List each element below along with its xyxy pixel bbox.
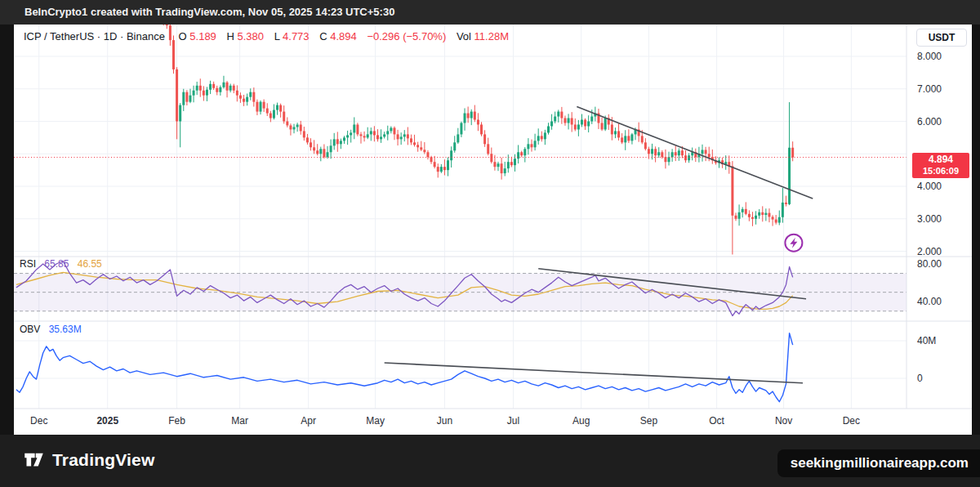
rsi-label: RSI [20,258,36,270]
watermark-badge: seekingmillionaireapp.com [777,449,980,477]
rsi-value: 65.85 [44,258,69,270]
close-label: C [319,30,327,42]
last-price: 4.894 [912,154,969,166]
time-axis-label: Dec [30,415,47,427]
candles-layer [14,25,906,254]
footer-bar: TradingView seekingmillionaireapp.com [0,435,980,487]
rsi-legend[interactable]: RSI 65.85 46.55 [20,258,108,270]
obv-label: OBV [20,324,40,335]
rsi-tick-label: 80.00 [917,258,942,270]
symbol-title[interactable]: ICP / TetherUS · 1D · Binance [24,30,165,42]
rsi-panel [14,261,906,316]
currency-toggle-button[interactable]: USDT [916,29,967,47]
time-axis-label: Oct [709,415,724,427]
price-tick-label: 4.000 [917,181,942,192]
time-axis-label: Feb [168,415,185,427]
obv-value: 35.63M [49,324,82,335]
trendline-price[interactable] [577,107,813,199]
time-axis-label: May [366,415,385,427]
price-tick-label: 8.000 [917,51,942,62]
volume-label: Vol [457,30,471,42]
price-tick-label: 2.000 [917,246,942,257]
time-axis-label: Aug [572,415,590,427]
time-axis-label: Mar [231,415,248,427]
rsi-ma-value: 46.55 [78,258,102,270]
lightning-icon[interactable] [785,235,802,252]
time-axis-label: Sep [640,415,658,427]
time-axis-label: Nov [775,415,792,427]
low-value: 4.773 [283,30,310,42]
price-tick-label: 6.000 [917,116,942,127]
tradingview-logo[interactable]: TradingView [23,449,155,471]
tradingview-logo-icon [23,449,45,471]
rsi-tick-label: 40.00 [917,296,942,307]
left-strip [0,25,14,435]
attribution-bar: BeInCrypto1 created with TradingView.com… [0,0,980,25]
time-axis-label: Dec [843,415,860,427]
price-tick-label: 3.000 [917,213,942,225]
open-label: O [179,30,187,42]
chart-canvas[interactable]: 8.0007.0006.0004.0003.0002.00080.0040.00… [14,25,972,435]
symbol-header[interactable]: ICP / TetherUS · 1D · Binance O 5.189 H … [24,30,509,42]
price-tick-label: 7.000 [917,83,942,95]
obv-legend[interactable]: OBV 35.63M [20,324,87,335]
volume-value: 11.28M [474,30,509,42]
obv-panel [16,333,793,402]
high-value: 5.380 [238,30,265,42]
countdown-timer: 15:06:09 [912,166,969,176]
close-value: 4.894 [330,30,357,42]
last-price-badge: 4.894 15:06:09 [912,153,969,178]
open-value: 5.189 [189,30,216,42]
tradingview-screenshot: BeInCrypto1 created with TradingView.com… [0,0,980,487]
chart-area[interactable]: 8.0007.0006.0004.0003.0002.00080.0040.00… [14,25,972,435]
time-axis-label: 2025 [96,415,118,427]
time-axis-label: Jul [507,415,519,427]
change-value: −0.296 (−5.70%) [367,30,446,42]
attribution-text: BeInCrypto1 created with TradingView.com… [24,6,394,18]
obv-tick-label: 0 [917,373,923,384]
high-label: H [226,30,234,42]
obv-line [16,333,793,402]
right-strip [972,25,980,435]
time-axis-label: Apr [301,415,316,427]
obv-tick-label: 40M [917,335,936,346]
time-axis-label: Jun [437,415,452,427]
low-label: L [274,30,280,42]
tradingview-logo-text: TradingView [52,450,155,470]
